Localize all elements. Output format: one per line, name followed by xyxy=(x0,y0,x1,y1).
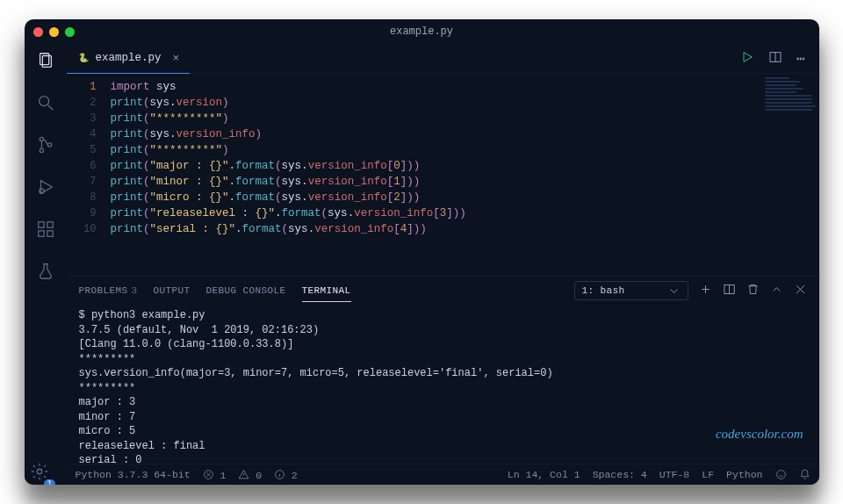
minimap[interactable] xyxy=(765,77,816,133)
kill-terminal-icon[interactable] xyxy=(746,283,760,299)
close-tab-icon[interactable]: × xyxy=(173,52,180,65)
editor[interactable]: 12345678910 import sysprint(sys.version)… xyxy=(67,74,819,276)
tab-example-py[interactable]: 🐍 example.py × xyxy=(67,44,191,74)
svg-point-4 xyxy=(40,137,43,140)
status-problems[interactable]: 1 0 2 xyxy=(203,469,298,481)
terminal-shell-select[interactable]: 1: bash xyxy=(574,281,688,300)
window-title: example.py xyxy=(25,25,819,38)
split-editor-icon[interactable] xyxy=(768,50,782,68)
svg-rect-0 xyxy=(40,54,48,65)
feedback-icon[interactable] xyxy=(775,469,787,481)
code-area[interactable]: import sysprint(sys.version)print("*****… xyxy=(105,74,819,276)
maximize-panel-icon[interactable] xyxy=(770,283,783,299)
svg-rect-10 xyxy=(47,222,52,227)
explorer-icon[interactable] xyxy=(36,51,55,74)
svg-rect-1 xyxy=(42,56,51,68)
svg-rect-12 xyxy=(47,231,52,236)
split-terminal-icon[interactable] xyxy=(723,283,736,299)
extensions-icon[interactable] xyxy=(36,220,55,242)
svg-point-13 xyxy=(37,469,42,474)
titlebar: example.py xyxy=(25,19,819,44)
more-actions-icon[interactable]: ⋯ xyxy=(796,50,807,68)
panel-tab-debug-console[interactable]: Debug Console xyxy=(206,285,286,296)
status-bar: Python 3.7.3 64-bit 1 0 2 Ln 14, Col 1 S… xyxy=(67,464,819,485)
svg-point-6 xyxy=(47,143,51,147)
python-file-icon: 🐍 xyxy=(77,52,90,64)
panel-tab-output[interactable]: Output xyxy=(154,285,191,296)
terminal-output[interactable]: $ python3 example.py3.7.5 (default, Nov … xyxy=(67,305,819,464)
error-icon xyxy=(203,469,214,480)
svg-marker-14 xyxy=(744,52,752,61)
status-eol[interactable]: LF xyxy=(702,469,714,480)
settings-gear-icon[interactable]: 1 xyxy=(30,462,61,485)
new-terminal-icon[interactable] xyxy=(699,283,712,299)
status-python-interpreter[interactable]: Python 3.7.3 64-bit xyxy=(76,469,191,480)
tab-filename: example.py xyxy=(96,52,162,64)
panel-tab-problems[interactable]: Problems3 xyxy=(79,285,138,296)
svg-rect-11 xyxy=(38,231,43,236)
info-icon xyxy=(274,469,285,480)
run-file-icon[interactable] xyxy=(740,50,754,68)
line-gutter: 12345678910 xyxy=(67,74,105,276)
vscode-window: example.py 1 🐍 example.py × xyxy=(25,19,819,485)
svg-marker-7 xyxy=(40,181,52,194)
watermark: codevscolor.com xyxy=(716,427,803,442)
close-panel-icon[interactable] xyxy=(794,283,807,299)
activity-bar: 1 xyxy=(25,44,67,485)
run-debug-icon[interactable] xyxy=(36,177,55,200)
status-spaces[interactable]: Spaces: 4 xyxy=(593,469,647,480)
svg-point-2 xyxy=(39,97,48,106)
status-language[interactable]: Python xyxy=(726,469,762,480)
panel-tab-terminal[interactable]: Terminal xyxy=(302,285,351,302)
notifications-icon[interactable] xyxy=(799,469,811,481)
svg-rect-9 xyxy=(38,222,43,227)
svg-point-5 xyxy=(40,148,43,152)
bottom-panel: Problems3 Output Debug Console Terminal … xyxy=(67,276,819,464)
svg-line-3 xyxy=(47,105,53,111)
warning-icon xyxy=(238,469,249,480)
settings-badge: 1 xyxy=(44,479,55,485)
tab-bar: 🐍 example.py × ⋯ xyxy=(67,44,819,74)
search-icon[interactable] xyxy=(36,93,55,116)
status-ln-col[interactable]: Ln 14, Col 1 xyxy=(508,469,580,480)
testing-icon[interactable] xyxy=(36,262,55,284)
chevron-down-icon xyxy=(667,284,681,298)
svg-point-30 xyxy=(776,470,785,479)
status-encoding[interactable]: UTF-8 xyxy=(659,469,690,480)
source-control-icon[interactable] xyxy=(36,135,55,158)
